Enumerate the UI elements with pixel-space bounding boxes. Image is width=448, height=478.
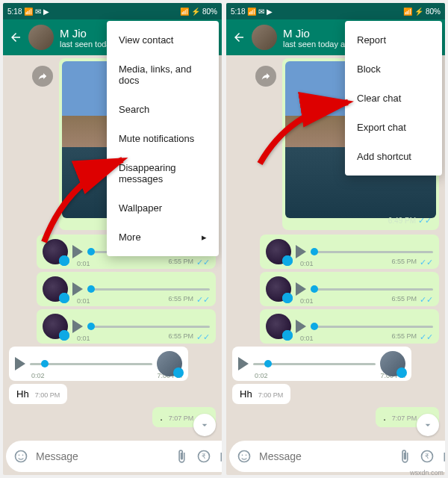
svg-point-0 [16, 451, 27, 462]
play-icon[interactable] [296, 245, 306, 258]
svg-text:₹: ₹ [202, 453, 206, 460]
voice-duration: 0:01 [77, 260, 90, 267]
play-icon[interactable] [15, 357, 25, 370]
mic-badge-icon [59, 293, 69, 303]
emoji-icon[interactable] [237, 449, 252, 464]
menu-block[interactable]: Block [345, 55, 442, 84]
voice-message-incoming[interactable]: 0:02 7:00 PM [9, 347, 188, 381]
rupee-icon[interactable]: ₹ [420, 449, 435, 464]
back-icon[interactable] [232, 31, 246, 44]
signal-icon: 📶 ⚡ [180, 7, 200, 16]
voice-time: 6:55 PM [168, 258, 193, 267]
contact-avatar[interactable] [28, 25, 54, 50]
menu-view-contact[interactable]: View contact [107, 25, 219, 55]
message-input-container: ₹ [6, 441, 222, 472]
rupee-icon[interactable]: ₹ [196, 449, 211, 464]
watermark: wsxdn.com [410, 469, 444, 477]
voice-avatar [43, 276, 68, 302]
menu-export-chat[interactable]: Export chat [345, 113, 442, 142]
play-icon[interactable] [296, 282, 306, 296]
message-input[interactable] [259, 450, 390, 462]
voice-message[interactable]: 0:01 6:55 PM ✓✓ [260, 235, 439, 269]
attach-icon[interactable] [174, 449, 189, 464]
forward-icon[interactable] [32, 66, 53, 87]
annotation-arrow [252, 89, 357, 174]
menu-mute[interactable]: Mute notifications [107, 124, 219, 153]
menu-clear-chat[interactable]: Clear chat [345, 84, 442, 113]
contact-avatar[interactable] [252, 25, 277, 50]
voice-track[interactable] [87, 326, 210, 328]
message-input[interactable] [36, 450, 167, 462]
menu-media[interactable]: Media, links, and docs [107, 55, 219, 95]
voice-track[interactable] [87, 288, 210, 291]
emoji-icon[interactable] [13, 449, 28, 464]
play-icon[interactable] [72, 320, 83, 333]
voice-avatar [157, 351, 182, 376]
play-icon[interactable] [296, 320, 306, 333]
forward-icon[interactable] [255, 66, 276, 87]
text-message-in[interactable]: Hh7:00 PM [232, 384, 290, 404]
menu-report[interactable]: Report [345, 25, 442, 55]
svg-point-8 [246, 455, 247, 456]
read-ticks-icon: ✓✓ [196, 258, 210, 267]
status-bar: 5:18📶 ✉ ▶ 📶 ⚡80% [226, 3, 445, 19]
status-time: 5:18 [7, 7, 22, 16]
play-icon[interactable] [238, 357, 249, 370]
svg-point-6 [239, 451, 250, 462]
svg-point-2 [22, 455, 24, 456]
svg-point-7 [242, 455, 243, 456]
play-icon[interactable] [72, 282, 83, 296]
input-bar: ₹ [229, 441, 442, 472]
notif-icon: 📶 ✉ ▶ [24, 7, 49, 16]
voice-message[interactable]: 0:01 6:55 PM ✓✓ [37, 272, 216, 306]
menu-search[interactable]: Search [107, 95, 219, 124]
voice-message[interactable]: 0:01 6:55 PM ✓✓ [260, 309, 439, 344]
attach-icon[interactable] [397, 449, 412, 464]
svg-point-1 [19, 455, 20, 456]
voice-avatar [43, 314, 68, 339]
voice-message[interactable]: 0:01 6:55 PM ✓✓ [260, 272, 439, 306]
camera-icon[interactable] [219, 449, 222, 464]
voice-message[interactable]: 0:01 6:55 PM ✓✓ [37, 309, 216, 344]
battery-text: 80% [202, 7, 217, 16]
mic-badge-icon [59, 255, 69, 266]
menu-add-shortcut[interactable]: Add shortcut [345, 142, 442, 171]
voice-track[interactable] [30, 363, 152, 365]
chevron-right-icon: ▸ [202, 232, 207, 243]
text-message-in[interactable]: Hh7:00 PM [9, 384, 67, 404]
more-submenu: Report Block Clear chat Export chat Add … [345, 21, 442, 176]
svg-text:₹: ₹ [425, 453, 429, 460]
scroll-down-button[interactable] [417, 414, 439, 436]
camera-icon[interactable] [442, 449, 445, 464]
voice-message-incoming[interactable]: 0:02 7:00 PM [232, 347, 411, 381]
input-bar: ₹ [6, 441, 219, 472]
status-bar: 5:18 📶 ✉ ▶ 📶 ⚡ 80% [3, 3, 222, 19]
scroll-down-button[interactable] [193, 414, 216, 436]
mic-badge-icon [59, 330, 69, 341]
phone-right: 5:18📶 ✉ ▶ 📶 ⚡80% M Jio last seen today a… [226, 3, 445, 475]
phone-left: 5:18 📶 ✉ ▶ 📶 ⚡ 80% M Jio last seen today… [3, 3, 222, 475]
back-icon[interactable] [9, 31, 22, 44]
annotation-arrow [37, 152, 134, 252]
